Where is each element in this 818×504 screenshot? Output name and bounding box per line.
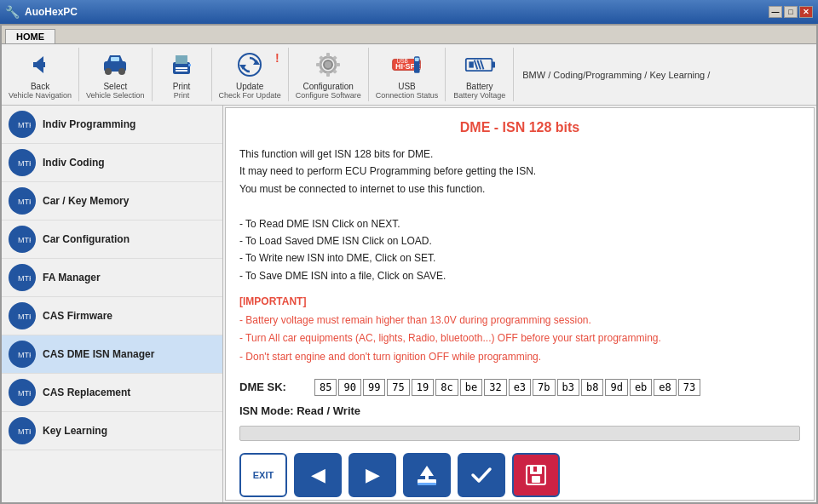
svg-marker-56 xyxy=(420,466,434,481)
fa-manager-icon: MTK xyxy=(9,264,36,291)
svg-text:MTK: MTK xyxy=(18,312,31,321)
toolbar-battery[interactable]: Battery Battery Voltage xyxy=(446,48,514,101)
dme-sk-label: DME SK: xyxy=(239,381,308,393)
svg-line-36 xyxy=(481,60,484,70)
toolbar-select-sublabel: Vehicle Selection xyxy=(86,91,145,100)
exit-label: EXIT xyxy=(253,470,274,480)
toolbar-back[interactable]: Back Vehicle Navigation xyxy=(2,48,79,101)
svg-rect-30 xyxy=(415,58,419,61)
panel-important: [IMPORTANT] - Battery voltage must remai… xyxy=(239,293,800,366)
load-button[interactable] xyxy=(403,453,451,497)
svg-rect-60 xyxy=(532,476,540,483)
close-button[interactable]: ✕ xyxy=(799,6,813,18)
check-button[interactable] xyxy=(458,453,505,497)
important-label: [IMPORTANT] xyxy=(239,295,306,307)
sidebar-indiv-coding-label: Indiv Coding xyxy=(43,157,105,169)
sidebar-item-cas-firmware[interactable]: MTK CAS Firmware xyxy=(2,297,222,335)
sidebar-item-fa-manager[interactable]: MTK FA Manager xyxy=(2,259,222,297)
main-window: HOME Back Vehicle Navigation Select xyxy=(0,24,818,504)
toolbar-update[interactable]: ! Update Check For Update xyxy=(212,48,289,101)
toolbar: Back Vehicle Navigation Select Vehicle S… xyxy=(2,44,816,106)
toolbar-back-label: Back xyxy=(31,82,49,91)
dme-sk-cell: b3 xyxy=(557,379,579,396)
toolbar-configuration[interactable]: Configuration Configure Software xyxy=(289,48,369,101)
svg-line-35 xyxy=(477,60,481,70)
sidebar-fa-manager-label: FA Manager xyxy=(43,272,101,284)
next-icon: ▶ xyxy=(366,464,380,486)
svg-text:USB: USB xyxy=(397,58,409,64)
battery-icon xyxy=(464,49,495,80)
cas-firmware-icon: MTK xyxy=(9,302,36,329)
sidebar-item-indiv-programming[interactable]: MTK Indiv Programming xyxy=(2,106,222,144)
minimize-button[interactable]: — xyxy=(769,6,782,18)
dme-sk-cell: 7b xyxy=(533,379,555,396)
toolbar-print-label: Print xyxy=(173,82,191,91)
svg-rect-1 xyxy=(33,62,45,67)
sidebar-cas-firmware-label: CAS Firmware xyxy=(43,310,112,322)
dme-sk-cell: 19 xyxy=(412,379,434,396)
dme-sk-cell: 8c xyxy=(435,379,458,396)
sidebar-item-car-configuration[interactable]: MTK Car Configuration xyxy=(2,220,222,259)
toolbar-print[interactable]: Print Print xyxy=(153,48,212,101)
svg-text:MTK: MTK xyxy=(18,427,31,436)
dme-sk-row: DME SK: 85909975198cbe32e37bb3b89debe873 xyxy=(239,379,800,396)
car-key-memory-icon: MTK xyxy=(9,187,36,215)
svg-rect-8 xyxy=(176,55,187,64)
maximize-button[interactable]: □ xyxy=(784,6,798,18)
title-bar: 🔧 AuoHexPC — □ ✕ xyxy=(0,0,818,24)
load-icon xyxy=(414,462,440,488)
sidebar-car-configuration-label: Car Configuration xyxy=(43,233,130,245)
back-icon xyxy=(25,49,55,80)
svg-rect-18 xyxy=(326,53,330,57)
svg-text:MTK: MTK xyxy=(18,198,31,206)
save-button[interactable] xyxy=(512,453,560,497)
dme-sk-cell: eb xyxy=(630,379,652,396)
svg-rect-32 xyxy=(492,61,495,67)
isn-mode-value: Read / Write xyxy=(297,404,360,417)
svg-rect-21 xyxy=(336,63,340,66)
window-controls: — □ ✕ xyxy=(769,6,813,18)
toolbar-select[interactable]: Select Vehicle Selection xyxy=(79,48,153,101)
toolbar-print-sublabel: Print xyxy=(174,91,190,100)
toolbar-browser: BMW / Coding/Programming / Key Learning … xyxy=(514,48,816,101)
dme-sk-cell: 85 xyxy=(314,379,337,396)
dme-sk-cell: 90 xyxy=(338,379,360,396)
dme-sk-cell: 99 xyxy=(363,379,385,396)
sidebar-indiv-programming-label: Indiv Programming xyxy=(43,118,135,130)
toolbar-usb-label: USB xyxy=(398,82,416,91)
main-panel: DME - ISN 128 bits This function will ge… xyxy=(225,107,815,501)
svg-rect-20 xyxy=(316,63,320,66)
indiv-coding-icon: MTK xyxy=(9,149,36,176)
toolbar-config-label: Configuration xyxy=(302,82,353,91)
sidebar-item-key-learning[interactable]: MTK Key Learning xyxy=(2,412,222,450)
svg-text:MTK: MTK xyxy=(18,236,31,244)
app-icon: 🔧 xyxy=(5,5,20,19)
action-buttons: EXIT ◀ ▶ xyxy=(239,453,800,497)
toolbar-update-sublabel: Check For Update xyxy=(219,91,281,100)
svg-rect-10 xyxy=(176,70,187,72)
toolbar-usb[interactable]: HI·SPEED USB USB Connection Status xyxy=(369,48,446,101)
usb-icon: HI·SPEED USB xyxy=(391,49,422,80)
sidebar-cas-dme-isn-manager-label: CAS DME ISN Manager xyxy=(43,348,154,360)
dme-sk-cell: be xyxy=(460,379,482,396)
sidebar-item-cas-replacement[interactable]: MTK CAS Replacement xyxy=(2,374,222,412)
tab-home[interactable]: HOME xyxy=(5,29,55,43)
car-configuration-icon: MTK xyxy=(9,226,36,253)
car-icon xyxy=(100,49,130,80)
toolbar-battery-label: Battery xyxy=(466,82,493,91)
svg-rect-33 xyxy=(469,61,473,67)
next-button[interactable]: ▶ xyxy=(349,453,396,497)
prev-button[interactable]: ◀ xyxy=(294,453,342,497)
sidebar-item-cas-dme-isn-manager[interactable]: MTK CAS DME ISN Manager xyxy=(2,335,222,374)
svg-text:MTK: MTK xyxy=(18,389,31,398)
toolbar-config-sublabel: Configure Software xyxy=(296,91,361,100)
svg-rect-19 xyxy=(326,72,330,77)
tab-bar: HOME xyxy=(2,26,816,44)
exit-button[interactable]: EXIT xyxy=(239,453,287,497)
svg-rect-9 xyxy=(176,67,187,69)
cas-replacement-icon: MTK xyxy=(9,379,36,406)
sidebar-item-car-key-memory[interactable]: MTK Car / Key Memory xyxy=(2,182,222,220)
svg-rect-61 xyxy=(533,467,537,472)
dme-sk-cell: b8 xyxy=(581,379,603,396)
sidebar-item-indiv-coding[interactable]: MTK Indiv Coding xyxy=(2,144,222,182)
